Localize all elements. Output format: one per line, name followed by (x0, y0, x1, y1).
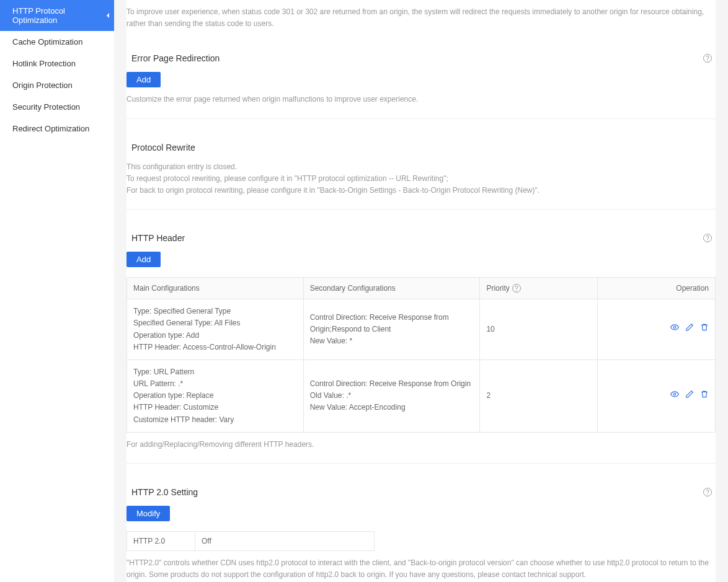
edit-icon[interactable] (685, 390, 694, 399)
edit-icon[interactable] (685, 323, 694, 332)
error-page-desc: Customize the error page returned when o… (127, 94, 716, 105)
section-title-error-page: Error Page Redirection (131, 53, 220, 63)
cell-main: Type: URL PatternURL Pattern: .*Operatio… (127, 359, 304, 432)
cell-priority: 10 (480, 299, 598, 360)
sidebar: HTTP Protocol Optimization Cache Optimiz… (0, 0, 114, 582)
section-protocol-rewrite: Protocol Rewrite This configuration entr… (127, 118, 716, 209)
view-icon[interactable] (670, 323, 679, 332)
cell-operation (598, 359, 716, 432)
section-http2: HTTP 2.0 Setting ? Modify HTTP 2.0 Off "… (127, 463, 716, 582)
table-row: Type: Specified General TypeSpecified Ge… (127, 299, 716, 360)
section-title-protocol-rewrite: Protocol Rewrite (131, 143, 195, 152)
http2-label: HTTP 2.0 (127, 532, 195, 551)
sidebar-item-origin[interactable]: Origin Protection (0, 74, 114, 96)
help-icon[interactable]: ? (512, 284, 521, 293)
sidebar-item-redirect[interactable]: Redirect Optimization (0, 118, 114, 139)
main-content: To improve user experience, when status … (114, 0, 728, 582)
section-error-page: Error Page Redirection ? Add Customize t… (127, 42, 716, 118)
section-title-http-header: HTTP Header (131, 233, 185, 243)
cell-secondary: Control Direction: Receive Response from… (303, 299, 480, 360)
cell-main: Type: Specified General TypeSpecified Ge… (127, 299, 304, 360)
cell-priority: 2 (480, 359, 598, 432)
intro-description: To improve user experience, when status … (127, 0, 716, 42)
th-priority: Priority? (480, 278, 598, 299)
http2-desc: "HTTP2.0" controls whether CDN uses http… (127, 557, 716, 581)
sidebar-item-security[interactable]: Security Protection (0, 96, 114, 118)
add-button-http-header[interactable]: Add (127, 252, 161, 267)
http-header-footer: For adding/Replacing/Removing different … (127, 439, 716, 451)
http-header-table: Main Configurations Secondary Configurat… (127, 277, 716, 433)
view-icon[interactable] (670, 390, 679, 399)
http2-value: Off (195, 532, 375, 551)
protocol-rewrite-desc: This configuration entry is closed. To r… (127, 161, 716, 197)
table-row: Type: URL PatternURL Pattern: .*Operatio… (127, 359, 716, 432)
th-main: Main Configurations (127, 278, 304, 299)
delete-icon[interactable] (700, 390, 709, 399)
th-operation: Operation (598, 278, 716, 299)
delete-icon[interactable] (700, 323, 709, 332)
cell-secondary: Control Direction: Receive Response from… (303, 359, 480, 432)
svg-point-0 (673, 327, 676, 329)
modify-button-http2[interactable]: Modify (127, 506, 170, 521)
section-title-http2: HTTP 2.0 Setting (131, 487, 198, 497)
section-http-header: HTTP Header ? Add Main Configurations Se… (127, 209, 716, 463)
th-secondary: Secondary Configurations (303, 278, 480, 299)
help-icon[interactable]: ? (703, 54, 712, 63)
sidebar-item-http-protocol[interactable]: HTTP Protocol Optimization (0, 0, 114, 31)
help-icon[interactable]: ? (703, 488, 712, 496)
sidebar-item-cache[interactable]: Cache Optimization (0, 31, 114, 53)
add-button-error-page[interactable]: Add (127, 72, 161, 87)
help-icon[interactable]: ? (703, 234, 712, 242)
http2-table: HTTP 2.0 Off (127, 531, 375, 551)
svg-point-1 (673, 393, 676, 395)
sidebar-item-hotlink[interactable]: Hotlink Protection (0, 53, 114, 74)
cell-operation (598, 299, 716, 360)
